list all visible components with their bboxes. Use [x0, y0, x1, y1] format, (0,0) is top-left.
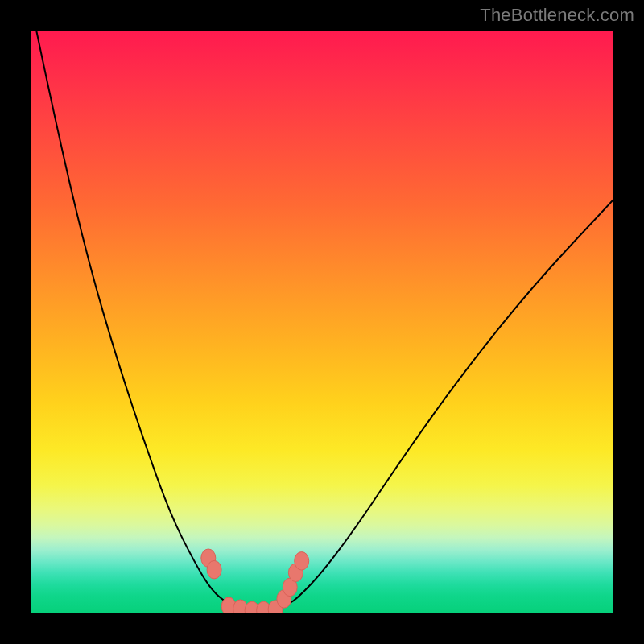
plot-area: [31, 31, 613, 613]
watermark-text: TheBottleneck.com: [480, 5, 634, 26]
data-marker: [207, 560, 221, 579]
curve-svg: [31, 31, 613, 613]
chart-frame: TheBottleneck.com: [0, 0, 644, 644]
marker-group: [201, 549, 309, 613]
data-marker: [295, 552, 309, 571]
bottleneck-curve: [36, 31, 613, 612]
